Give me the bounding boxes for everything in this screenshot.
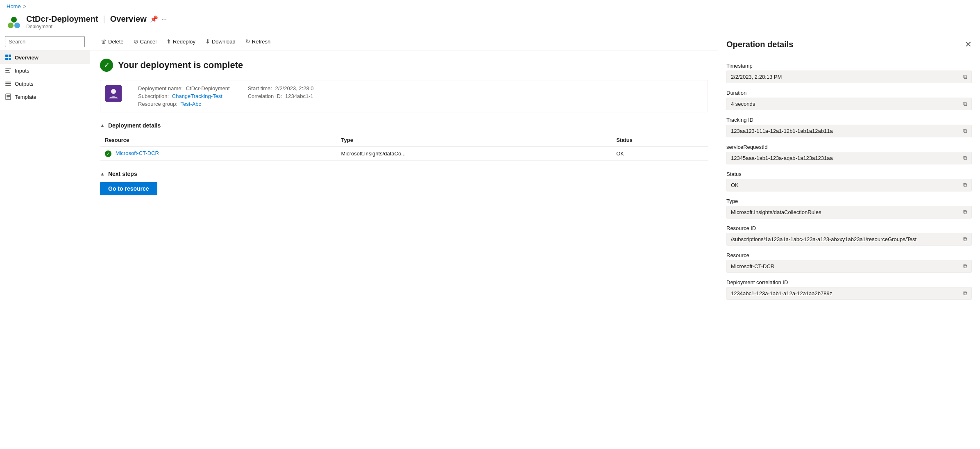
next-steps-title: Next steps bbox=[108, 171, 137, 177]
op-field-text-type: Microsoft.Insights/dataCollectionRules bbox=[731, 209, 963, 215]
resource-group-value[interactable]: Test-Abc bbox=[181, 101, 202, 107]
start-time-value: 2/2/2023, 2:28:0 bbox=[275, 85, 314, 91]
op-field-value-tracking-id: 123aa123-111a-12a1-12b1-1ab1a12ab11a ⧉ bbox=[726, 125, 972, 137]
op-field-duration: Duration 4 seconds ⧉ bbox=[726, 90, 972, 110]
deployment-icon bbox=[7, 15, 21, 30]
col-resource: Resource bbox=[100, 134, 336, 147]
delete-icon: 🗑 bbox=[101, 38, 107, 45]
op-field-label-tracking-id: Tracking ID bbox=[726, 117, 972, 123]
op-field-timestamp: Timestamp 2/2/2023, 2:28:13 PM ⧉ bbox=[726, 63, 972, 83]
subscription-row: Subscription: ChangeTracking-Test bbox=[138, 93, 231, 99]
op-field-value-duration: 4 seconds ⧉ bbox=[726, 98, 972, 110]
type-cell: Microsoft.Insights/dataCo... bbox=[336, 147, 611, 161]
op-panel-header: Operation details ✕ bbox=[718, 33, 980, 56]
pin-icon[interactable]: 📌 bbox=[150, 15, 158, 23]
svg-point-2 bbox=[11, 17, 17, 23]
sidebar-item-template-label: Template bbox=[15, 94, 36, 100]
refresh-icon: ↻ bbox=[245, 38, 250, 45]
sidebar-item-overview-label: Overview bbox=[15, 55, 39, 61]
copy-button-resource[interactable]: ⧉ bbox=[963, 263, 967, 270]
op-field-value-deployment-correlation-id: 1234abc1-123a-1ab1-a12a-12a1aa2b789z ⧉ bbox=[726, 287, 972, 300]
op-field-status: Status OK ⧉ bbox=[726, 171, 972, 191]
copy-button-duration[interactable]: ⧉ bbox=[963, 100, 967, 107]
redeploy-label: Redeploy bbox=[173, 39, 195, 45]
op-field-text-service-request-id: 12345aaa-1ab1-123a-aqab-1a123a1231aa bbox=[731, 155, 963, 161]
collapse-icon: ▲ bbox=[100, 123, 105, 128]
cancel-label: Cancel bbox=[140, 39, 157, 45]
op-field-label-resource: Resource bbox=[726, 252, 972, 258]
correlation-id-value: 1234abc1-1 bbox=[285, 93, 313, 99]
deployment-success-title: Your deployment is complete bbox=[118, 60, 243, 71]
next-steps-collapse-icon: ▲ bbox=[100, 171, 105, 177]
copy-button-service-request-id[interactable]: ⧉ bbox=[963, 155, 967, 162]
svg-rect-3 bbox=[5, 55, 8, 57]
delete-button[interactable]: 🗑 Delete bbox=[97, 36, 128, 47]
svg-rect-6 bbox=[9, 58, 11, 60]
redeploy-button[interactable]: ⬆ Redeploy bbox=[162, 36, 200, 47]
copy-button-resource-id[interactable]: ⧉ bbox=[963, 236, 967, 243]
go-to-resource-button[interactable]: Go to resource bbox=[100, 182, 157, 195]
op-panel-close-button[interactable]: ✕ bbox=[965, 39, 972, 49]
op-field-text-status: OK bbox=[731, 182, 963, 188]
refresh-button[interactable]: ↻ Refresh bbox=[241, 36, 275, 47]
more-options-icon[interactable]: ··· bbox=[161, 16, 167, 23]
svg-point-0 bbox=[8, 23, 14, 28]
copy-button-timestamp[interactable]: ⧉ bbox=[963, 73, 967, 80]
sidebar-item-overview[interactable]: Overview bbox=[0, 51, 90, 64]
copy-button-tracking-id[interactable]: ⧉ bbox=[963, 128, 967, 134]
op-field-value-resource-id: /subscriptions/1a123a1a-1abc-123a-a123-a… bbox=[726, 233, 972, 246]
deployment-details-table: Resource Type Status ✓ Microsoft-CT-DCR … bbox=[100, 134, 708, 161]
svg-rect-4 bbox=[9, 55, 11, 57]
correlation-id-label: Correlation ID: bbox=[248, 93, 282, 99]
svg-point-1 bbox=[14, 23, 20, 28]
inputs-icon bbox=[5, 67, 11, 74]
copy-button-deployment-correlation-id[interactable]: ⧉ bbox=[963, 290, 967, 297]
svg-rect-15 bbox=[7, 96, 10, 97]
cancel-button[interactable]: ⊘ Cancel bbox=[129, 36, 161, 47]
start-time-row: Start time: 2/2/2023, 2:28:0 bbox=[248, 85, 315, 91]
op-panel-body: Timestamp 2/2/2023, 2:28:13 PM ⧉ Duratio… bbox=[718, 56, 980, 449]
col-type: Type bbox=[336, 134, 611, 147]
op-field-label-deployment-correlation-id: Deployment correlation ID bbox=[726, 279, 972, 285]
refresh-label: Refresh bbox=[252, 39, 271, 45]
delete-label: Delete bbox=[108, 39, 124, 45]
op-field-value-type: Microsoft.Insights/dataCollectionRules ⧉ bbox=[726, 206, 972, 219]
svg-rect-11 bbox=[5, 83, 11, 84]
op-field-resource: Resource Microsoft-CT-DCR ⧉ bbox=[726, 252, 972, 273]
copy-button-status[interactable]: ⧉ bbox=[963, 182, 967, 189]
op-field-label-duration: Duration bbox=[726, 90, 972, 96]
table-row[interactable]: ✓ Microsoft-CT-DCR Microsoft.Insights/da… bbox=[100, 147, 708, 161]
breadcrumb-home[interactable]: Home bbox=[7, 3, 21, 9]
search-input[interactable] bbox=[5, 36, 85, 47]
meta-details: Deployment name: CtDcr-Deployment Subscr… bbox=[138, 85, 231, 107]
deployment-details-section-header[interactable]: ▲ Deployment details bbox=[100, 122, 708, 129]
sidebar-item-template[interactable]: Template bbox=[0, 90, 90, 103]
cancel-icon: ⊘ bbox=[134, 38, 138, 45]
breadcrumb-separator: > bbox=[23, 3, 27, 9]
subscription-value[interactable]: ChangeTracking-Test bbox=[172, 93, 222, 99]
sidebar-search-container bbox=[0, 33, 90, 51]
deployment-name-value: CtDcr-Deployment bbox=[186, 85, 230, 91]
resource-group-row: Resource group: Test-Abc bbox=[138, 101, 231, 107]
sidebar: Overview Inputs Outputs bbox=[0, 33, 90, 449]
download-button[interactable]: ⬇ Download bbox=[201, 36, 240, 47]
op-field-deployment-correlation-id: Deployment correlation ID 1234abc1-123a-… bbox=[726, 279, 972, 300]
svg-rect-8 bbox=[5, 70, 9, 71]
sidebar-item-outputs[interactable]: Outputs bbox=[0, 77, 90, 90]
op-field-label-resource-id: Resource ID bbox=[726, 225, 972, 231]
op-field-label-status: Status bbox=[726, 171, 972, 177]
meta-timing: Start time: 2/2/2023, 2:28:0 Correlation… bbox=[248, 85, 315, 107]
next-steps-section-header[interactable]: ▲ Next steps bbox=[100, 171, 708, 177]
svg-rect-7 bbox=[5, 68, 11, 69]
copy-button-type[interactable]: ⧉ bbox=[963, 209, 967, 216]
sidebar-item-inputs[interactable]: Inputs bbox=[0, 64, 90, 77]
overview-icon bbox=[5, 54, 11, 61]
op-field-label-type: Type bbox=[726, 198, 972, 204]
download-icon: ⬇ bbox=[205, 38, 210, 45]
op-field-text-duration: 4 seconds bbox=[731, 101, 963, 107]
deployment-name-label: Deployment name: bbox=[138, 85, 183, 91]
resource-link[interactable]: Microsoft-CT-DCR bbox=[116, 150, 159, 156]
op-field-label-service-request-id: serviceRequestId bbox=[726, 144, 972, 150]
op-field-value-status: OK ⧉ bbox=[726, 179, 972, 191]
status-cell: OK bbox=[611, 147, 708, 161]
